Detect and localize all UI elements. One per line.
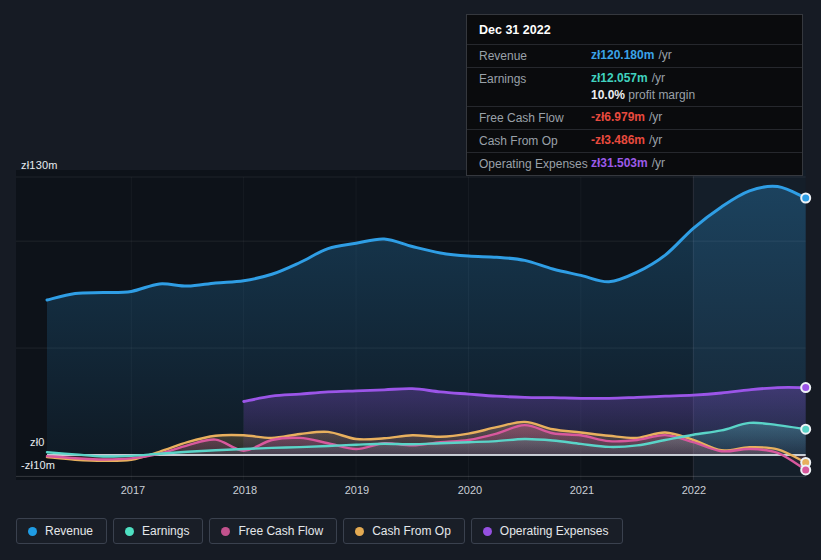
- chart-tooltip: Dec 31 2022 Revenue zł120.180m/yr Earnin…: [466, 14, 803, 176]
- y-axis-label-0: zł0: [30, 436, 45, 448]
- tooltip-date: Dec 31 2022: [467, 15, 802, 44]
- legend-label-operating-expenses: Operating Expenses: [500, 524, 609, 538]
- x-axis-label-2020: 2020: [448, 484, 492, 496]
- legend-item-operating-expenses[interactable]: Operating Expenses: [471, 518, 623, 544]
- tooltip-row-free-cash-flow: Free Cash Flow -zł6.979m/yr: [467, 106, 802, 129]
- earnings-legend-dot-icon: [125, 527, 134, 536]
- operating-expenses-value: zł31.503m/yr: [591, 156, 665, 170]
- legend-label-free-cash-flow: Free Cash Flow: [238, 524, 323, 538]
- free-cash-flow-legend-dot-icon: [221, 527, 230, 536]
- legend: Revenue Earnings Free Cash Flow Cash Fro…: [16, 518, 623, 544]
- operating-expenses-legend-dot-icon: [483, 527, 492, 536]
- cash-from-op-label: Cash From Op: [479, 133, 591, 148]
- earnings-value: zł12.057m/yr: [591, 71, 695, 85]
- legend-item-earnings[interactable]: Earnings: [113, 518, 203, 544]
- tooltip-row-operating-expenses: Operating Expenses zł31.503m/yr: [467, 152, 802, 175]
- cash-from-op-value: -zł3.486m/yr: [591, 133, 662, 147]
- x-axis-label-2022: 2022: [672, 484, 716, 496]
- cash-from-op-legend-dot-icon: [355, 527, 364, 536]
- legend-item-free-cash-flow[interactable]: Free Cash Flow: [209, 518, 337, 544]
- y-axis-label-neg10m: -zł10m: [21, 459, 55, 471]
- y-axis-label-130m: zł130m: [21, 159, 58, 171]
- earnings-revenue-history-page: { "tooltip": { "date": "Dec 31 2022", "r…: [0, 0, 821, 560]
- legend-item-revenue[interactable]: Revenue: [16, 518, 107, 544]
- revenue-value: zł120.180m/yr: [591, 48, 672, 62]
- revenue-legend-dot-icon: [28, 527, 37, 536]
- legend-item-cash-from-op[interactable]: Cash From Op: [343, 518, 465, 544]
- x-axis-label-2021: 2021: [560, 484, 604, 496]
- free-cash-flow-value: -zł6.979m/yr: [591, 110, 662, 124]
- revenue-label: Revenue: [479, 48, 591, 63]
- free-cash-flow-label: Free Cash Flow: [479, 110, 591, 125]
- tooltip-row-earnings: Earnings zł12.057m/yr 10.0% profit margi…: [467, 67, 802, 106]
- operating-expenses-label: Operating Expenses: [479, 156, 591, 171]
- tooltip-row-cash-from-op: Cash From Op -zł3.486m/yr: [467, 129, 802, 152]
- profit-margin: 10.0% profit margin: [591, 88, 695, 102]
- x-axis-label-2017: 2017: [111, 484, 155, 496]
- x-axis-label-2018: 2018: [223, 484, 267, 496]
- earnings-label: Earnings: [479, 71, 591, 86]
- legend-label-revenue: Revenue: [45, 524, 93, 538]
- x-axis-label-2019: 2019: [335, 484, 379, 496]
- tooltip-row-revenue: Revenue zł120.180m/yr: [467, 44, 802, 67]
- legend-label-earnings: Earnings: [142, 524, 189, 538]
- legend-label-cash-from-op: Cash From Op: [372, 524, 451, 538]
